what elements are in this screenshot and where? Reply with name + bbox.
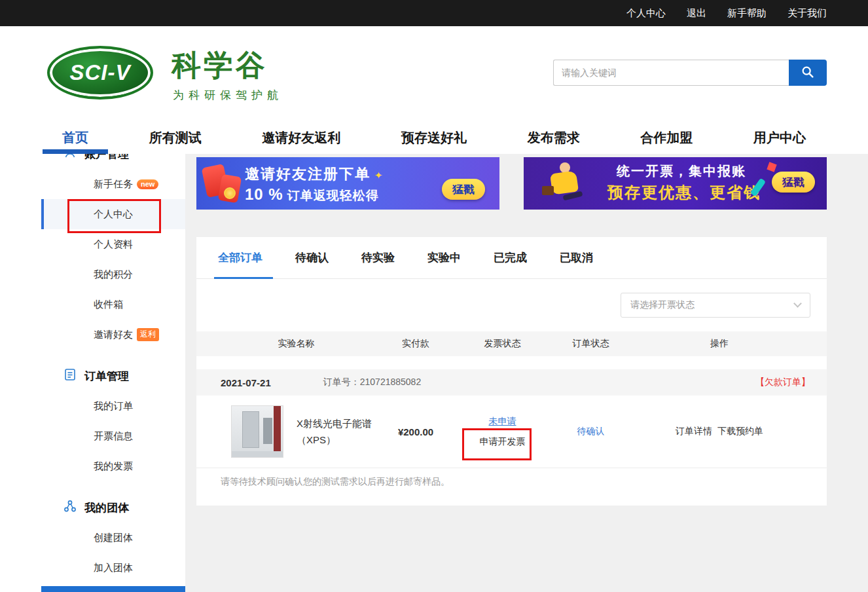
apply-invoice-button[interactable]: 申请开发票 bbox=[480, 436, 526, 448]
sidebar-section-groups[interactable]: 我的团体 bbox=[41, 492, 185, 523]
sidebar-item-points[interactable]: 我的积分 bbox=[41, 259, 185, 289]
invite-banner-title: 邀请好友注册下单✦ bbox=[245, 164, 384, 184]
sidebar-item-my-invoices[interactable]: 我的发票 bbox=[41, 451, 185, 481]
order-date: 2021-07-21 bbox=[221, 377, 271, 388]
sidebar-item-create-group[interactable]: 创建团体 bbox=[41, 523, 185, 553]
prepay-banner-cta-button[interactable]: 猛戳 bbox=[772, 172, 815, 193]
page: 个人中心 退出 新手帮助 关于我们 SCI-V 科学谷 为科研保驾护航 首页 所… bbox=[0, 0, 868, 592]
sidebar: 账户管理 新手任务 new 个人中心 个人资料 我的积分 收件箱 邀请好友 返利 bbox=[41, 154, 185, 592]
topbar-link-newbie-help[interactable]: 新手帮助 bbox=[727, 7, 767, 20]
nav-item-prepay-gift[interactable]: 预存送好礼 bbox=[401, 121, 467, 154]
topbar-link-logout[interactable]: 退出 bbox=[687, 7, 706, 20]
sidebar-item-invoice-info[interactable]: 开票信息 bbox=[41, 421, 185, 451]
column-actions: 操作 bbox=[635, 338, 804, 350]
sidebar-item-inbox[interactable]: 收件箱 bbox=[41, 289, 185, 320]
invite-percent: 10 % bbox=[245, 185, 283, 203]
prepay-banner-subtitle: 预存更优惠、更省钱 bbox=[607, 182, 761, 203]
search-button[interactable] bbox=[789, 60, 827, 86]
sidebar-item-join-group[interactable]: 加入团体 bbox=[41, 553, 185, 583]
tab-completed[interactable]: 已完成 bbox=[494, 237, 527, 278]
sidebar-item-label: 我的积分 bbox=[94, 268, 133, 281]
orders-table-header: 实验名称 实付款 发票状态 订单状态 操作 bbox=[196, 331, 827, 356]
product-thumbnail[interactable] bbox=[231, 405, 283, 458]
sidebar-item-label: 个人资料 bbox=[94, 238, 133, 251]
sidebar-item-my-orders[interactable]: 我的订单 bbox=[41, 391, 185, 421]
invite-banner[interactable]: 邀请好友注册下单✦ 10 %订单返现轻松得 猛戳 bbox=[196, 157, 499, 210]
download-reservation-link[interactable]: 下载预约单 bbox=[717, 426, 763, 437]
invite-subtitle-text: 订单返现轻松得 bbox=[287, 189, 379, 202]
chevron-down-icon bbox=[793, 299, 802, 308]
prepay-banner-title: 统一开票，集中报账 bbox=[617, 162, 746, 180]
topbar: 个人中心 退出 新手帮助 关于我们 bbox=[0, 0, 868, 26]
invoice-status-filter-value: 请选择开票状态 bbox=[630, 299, 695, 311]
prepay-banner[interactable]: 统一开票，集中报账 预存更优惠、更省钱 猛戳 bbox=[524, 157, 827, 210]
tab-pending-experiment[interactable]: 待实验 bbox=[361, 237, 395, 278]
invoice-cell: 未申请 申请开发票 bbox=[458, 416, 547, 448]
brand-name: 科学谷 bbox=[172, 46, 268, 85]
column-experiment-name: 实验名称 bbox=[219, 338, 373, 350]
nav-item-cooperation[interactable]: 合作加盟 bbox=[640, 121, 693, 154]
sidebar-item-invite-friends[interactable]: 邀请好友 返利 bbox=[41, 320, 185, 350]
invoice-status-link[interactable]: 未申请 bbox=[489, 416, 516, 428]
sidebar-section-account-clipped: 账户管理 bbox=[41, 154, 185, 169]
main-nav: 首页 所有测试 邀请好友返利 预存送好礼 发布需求 合作加盟 用户中心 bbox=[0, 121, 868, 154]
coin-icon bbox=[224, 187, 236, 199]
sidebar-section-account[interactable]: 账户管理 bbox=[41, 154, 185, 169]
rebate-badge: 返利 bbox=[137, 328, 159, 341]
sparkle-icon: ✦ bbox=[374, 170, 384, 181]
sidebar-item-label: 邀请好友 bbox=[94, 329, 133, 341]
sidebar-item-label: 我的发票 bbox=[94, 460, 133, 473]
tab-in-experiment[interactable]: 实验中 bbox=[427, 237, 461, 278]
topbar-link-about-us[interactable]: 关于我们 bbox=[787, 7, 827, 20]
invoice-status-filter[interactable]: 请选择开票状态 bbox=[621, 293, 810, 318]
sidebar-item-label: 个人中心 bbox=[94, 208, 133, 221]
debt-order-tag: 【欠款订单】 bbox=[755, 377, 810, 388]
column-invoice-status: 发票状态 bbox=[458, 338, 547, 350]
order-status: 待确认 bbox=[547, 426, 635, 437]
businessman-illustration bbox=[542, 162, 588, 206]
group-icon bbox=[63, 500, 77, 516]
sidebar-item-label: 我的订单 bbox=[94, 400, 133, 413]
filter-row: 请选择开票状态 bbox=[196, 279, 827, 331]
product-cell: X射线光电子能谱 （XPS） bbox=[219, 405, 373, 458]
sidebar-item-label: 创建团体 bbox=[94, 532, 133, 544]
sidebar-section-orders[interactable]: 订单管理 bbox=[41, 361, 185, 391]
sidebar-item-label: 收件箱 bbox=[94, 299, 123, 311]
sidebar-item-profile[interactable]: 个人资料 bbox=[41, 229, 185, 259]
confetti-icon bbox=[767, 162, 776, 172]
nav-item-home[interactable]: 首页 bbox=[62, 121, 88, 154]
sidebar-bottom-bar bbox=[41, 586, 185, 592]
nav-item-invite-rebate[interactable]: 邀请好友返利 bbox=[262, 121, 340, 154]
tab-cancelled[interactable]: 已取消 bbox=[560, 237, 593, 278]
tab-all-orders[interactable]: 全部订单 bbox=[218, 237, 262, 278]
order-actions: 订单详情 下载预约单 bbox=[635, 426, 804, 437]
order-detail-link[interactable]: 订单详情 bbox=[676, 426, 712, 437]
sidebar-item-label: 新手任务 bbox=[94, 178, 133, 191]
sidebar-item-label: 开票信息 bbox=[94, 430, 133, 443]
sidebar-item-newbie-tasks[interactable]: 新手任务 new bbox=[41, 169, 185, 199]
tab-pending-confirm[interactable]: 待确认 bbox=[295, 237, 329, 278]
search-input[interactable] bbox=[553, 60, 789, 86]
order-row: X射线光电子能谱 （XPS） ¥200.00 未申请 申请开发票 待确认 订单详… bbox=[196, 396, 827, 468]
orders-icon bbox=[63, 368, 77, 384]
account-icon bbox=[63, 154, 77, 162]
logo[interactable]: SCI-V bbox=[47, 46, 153, 100]
order-number: 订单号：210721885082 bbox=[323, 377, 421, 388]
nav-item-all-tests[interactable]: 所有测试 bbox=[149, 121, 202, 154]
topbar-link-personal-center[interactable]: 个人中心 bbox=[626, 7, 666, 20]
header: SCI-V 科学谷 为科研保驾护航 bbox=[0, 26, 868, 121]
product-name: X射线光电子能谱 （XPS） bbox=[297, 415, 372, 449]
order-price: ¥200.00 bbox=[373, 426, 458, 437]
order-meta-row: 2021-07-21 订单号：210721885082 【欠款订单】 bbox=[196, 369, 827, 396]
nav-item-user-center[interactable]: 用户中心 bbox=[753, 121, 806, 154]
order-note: 请等待技术顾问确认您的测试需求以后再进行邮寄样品。 bbox=[196, 468, 827, 496]
logo-text: SCI-V bbox=[69, 60, 130, 85]
nav-item-post-demand[interactable]: 发布需求 bbox=[528, 121, 580, 154]
sidebar-item-personal-center[interactable]: 个人中心 bbox=[41, 199, 185, 229]
brand-tagline: 为科研保驾护航 bbox=[173, 88, 283, 103]
invite-banner-cta-button[interactable]: 猛戳 bbox=[442, 179, 485, 200]
search-icon bbox=[801, 65, 815, 81]
invite-banner-subtitle: 10 %订单返现轻松得 bbox=[245, 185, 379, 204]
banner-row: 邀请好友注册下单✦ 10 %订单返现轻松得 猛戳 统一开票，集中报账 预存更优惠… bbox=[196, 157, 827, 210]
order-tabs: 全部订单 待确认 待实验 实验中 已完成 已取消 bbox=[196, 237, 827, 279]
